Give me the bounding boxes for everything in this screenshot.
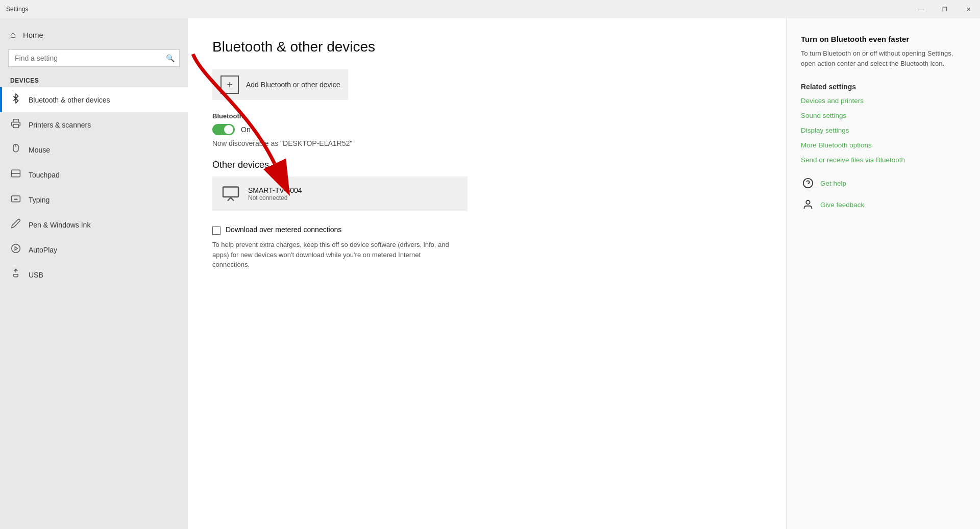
sidebar-item-mouse[interactable]: Mouse: [0, 137, 188, 162]
printer-icon: [10, 118, 21, 131]
app-title: Settings: [6, 6, 28, 13]
window-controls: — ❐ ✕: [910, 0, 980, 18]
right-panel: Turn on Bluetooth even faster To turn Bl…: [786, 18, 980, 529]
autoplay-icon: [10, 243, 21, 256]
sidebar-item-home[interactable]: ⌂ Home: [0, 22, 188, 47]
tip-desc: To turn Bluetooth on or off without open…: [801, 48, 966, 68]
checkbox-row: Download over metered connections: [212, 225, 762, 235]
sidebar-item-bluetooth[interactable]: Bluetooth & other devices: [0, 87, 188, 112]
svg-rect-0: [13, 124, 18, 128]
device-info: SMART-TV-6004 Not connected: [248, 186, 302, 201]
svg-rect-14: [223, 187, 238, 197]
sidebar-item-usb[interactable]: USB: [0, 262, 188, 287]
add-icon: +: [220, 75, 239, 94]
bluetooth-toggle-row: On: [212, 124, 762, 135]
discoverable-text: Now discoverable as "DESKTOP-ELA1R52": [212, 139, 762, 147]
home-label: Home: [23, 31, 43, 39]
get-help-label: Get help: [820, 180, 846, 187]
touchpad-icon: [10, 168, 21, 181]
give-feedback-icon: [801, 197, 815, 212]
svg-point-18: [806, 200, 810, 204]
sidebar-label-usb: USB: [29, 271, 43, 279]
give-feedback-label: Give feedback: [820, 201, 864, 209]
help-section: Get help Give feedback: [801, 176, 966, 212]
sidebar-label-typing: Typing: [29, 196, 50, 204]
sidebar-label-pen: Pen & Windows Ink: [29, 221, 90, 229]
device-name: SMART-TV-6004: [248, 186, 302, 194]
tip-title: Turn on Bluetooth even faster: [801, 35, 966, 43]
typing-icon: [10, 193, 21, 206]
bluetooth-icon: [10, 93, 21, 106]
sidebar-label-touchpad: Touchpad: [29, 171, 60, 179]
get-help-icon: [801, 176, 815, 190]
page-title: Bluetooth & other devices: [212, 39, 762, 55]
sidebar-item-pen[interactable]: Pen & Windows Ink: [0, 212, 188, 237]
related-settings-title: Related settings: [801, 83, 966, 91]
sidebar: ⌂ Home 🔍 Devices Bluetooth & other devic…: [0, 18, 188, 529]
add-device-button[interactable]: + Add Bluetooth or other device: [212, 69, 348, 100]
link-devices-printers[interactable]: Devices and printers: [801, 97, 966, 105]
sidebar-item-autoplay[interactable]: AutoPlay: [0, 237, 188, 262]
bluetooth-section-label: Bluetooth: [212, 112, 762, 120]
device-item[interactable]: SMART-TV-6004 Not connected: [212, 177, 468, 211]
usb-icon: [10, 268, 21, 281]
svg-marker-12: [15, 247, 17, 250]
get-help-item[interactable]: Get help: [801, 176, 966, 190]
svg-point-11: [12, 244, 20, 253]
link-more-bluetooth[interactable]: More Bluetooth options: [801, 141, 966, 149]
link-sound-settings[interactable]: Sound settings: [801, 112, 966, 119]
device-status: Not connected: [248, 194, 302, 201]
minimize-button[interactable]: —: [910, 0, 933, 18]
close-button[interactable]: ✕: [957, 0, 980, 18]
sidebar-label-bluetooth: Bluetooth & other devices: [29, 96, 110, 104]
title-bar: Settings — ❐ ✕: [0, 0, 980, 18]
sidebar-section-title: Devices: [0, 73, 188, 87]
sidebar-item-typing[interactable]: Typing: [0, 187, 188, 212]
sidebar-label-autoplay: AutoPlay: [29, 246, 57, 254]
sidebar-item-printers[interactable]: Printers & scanners: [0, 112, 188, 137]
bluetooth-toggle[interactable]: [212, 124, 235, 135]
toggle-state-label: On: [241, 125, 251, 134]
app-body: ⌂ Home 🔍 Devices Bluetooth & other devic…: [0, 18, 980, 529]
search-input[interactable]: [8, 49, 180, 67]
search-icon: 🔍: [166, 54, 175, 62]
mouse-icon: [10, 143, 21, 156]
sidebar-label-mouse: Mouse: [29, 146, 50, 154]
maximize-button[interactable]: ❐: [933, 0, 957, 18]
main-content: Bluetooth & other devices + Add Bluetoot…: [188, 18, 786, 529]
other-devices-title: Other devices: [212, 160, 762, 170]
metered-connections-checkbox[interactable]: [212, 226, 220, 235]
sidebar-label-printers: Printers & scanners: [29, 121, 91, 129]
sidebar-item-touchpad[interactable]: Touchpad: [0, 162, 188, 187]
checkbox-section: Download over metered connections To hel…: [212, 225, 762, 270]
search-box: 🔍: [8, 49, 180, 67]
add-device-label: Add Bluetooth or other device: [246, 81, 340, 89]
checkbox-label: Download over metered connections: [226, 225, 341, 234]
link-send-receive[interactable]: Send or receive files via Bluetooth: [801, 156, 966, 164]
home-icon: ⌂: [10, 30, 16, 40]
pen-icon: [10, 218, 21, 231]
link-display-settings[interactable]: Display settings: [801, 127, 966, 134]
checkbox-desc: To help prevent extra charges, keep this…: [212, 240, 457, 270]
tv-icon: [220, 184, 241, 204]
give-feedback-item[interactable]: Give feedback: [801, 197, 966, 212]
